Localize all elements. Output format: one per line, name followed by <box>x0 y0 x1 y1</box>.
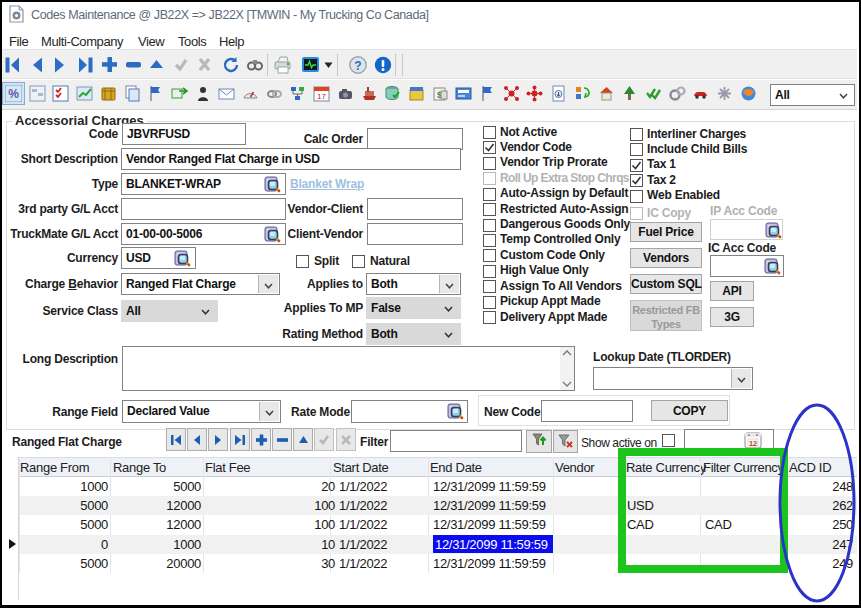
svg-text:?: ? <box>354 59 361 73</box>
svg-text:17: 17 <box>317 92 326 101</box>
svg-text:%: % <box>8 87 19 101</box>
svg-text:12: 12 <box>749 439 757 448</box>
